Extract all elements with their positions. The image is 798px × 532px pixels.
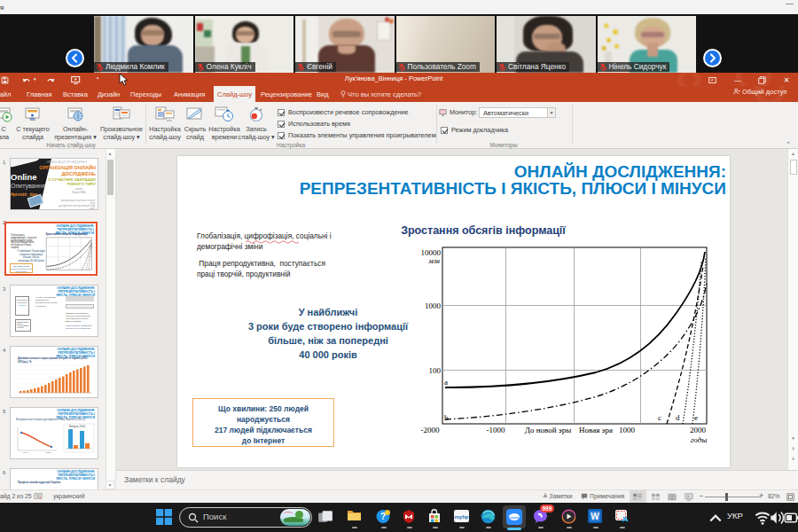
svg-text:100: 100 — [429, 366, 442, 375]
svg-text:zoom: zoom — [510, 515, 520, 520]
svg-text:2019: 2019 — [23, 451, 28, 454]
svg-text:myhp: myhp — [454, 514, 468, 520]
svg-text:W: W — [591, 512, 599, 521]
svg-text:-2000: -2000 — [421, 426, 440, 434]
svg-text:млн: млн — [427, 257, 440, 265]
svg-text:1000: 1000 — [619, 426, 636, 434]
svg-text:10000: 10000 — [421, 248, 442, 257]
svg-text:e: e — [694, 413, 698, 422]
svg-text:b: b — [444, 413, 449, 422]
svg-text:c: c — [658, 413, 661, 422]
svg-text:годы: годы — [691, 435, 708, 444]
svg-text:Новая эра: Новая эра — [579, 426, 613, 434]
svg-text:-1000: -1000 — [487, 426, 505, 434]
svg-text:2000: 2000 — [690, 426, 707, 434]
svg-text:a: a — [444, 378, 448, 387]
svg-text:2021: 2021 — [46, 451, 51, 454]
svg-text:До новой эры: До новой эры — [525, 426, 571, 434]
svg-text:Вибірка 2000: Вибірка 2000 — [69, 425, 86, 428]
svg-text:1000: 1000 — [425, 301, 442, 310]
svg-text:d: d — [676, 413, 680, 422]
